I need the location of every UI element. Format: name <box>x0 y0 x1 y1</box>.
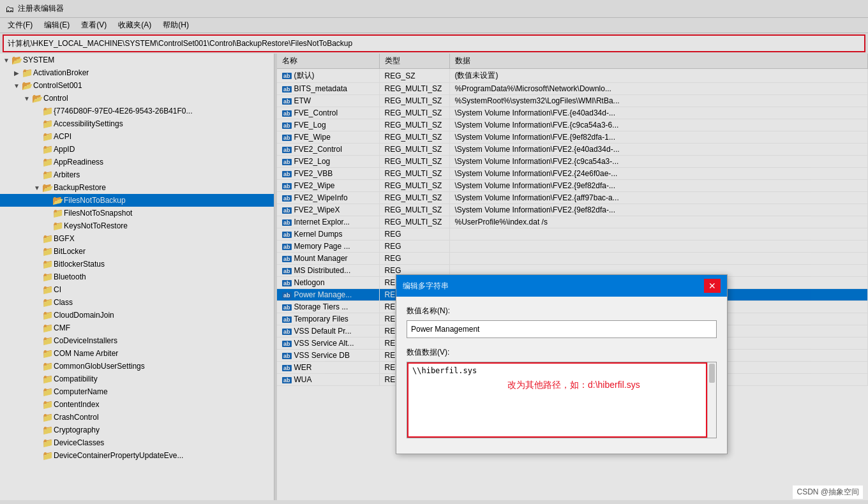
table-row[interactable]: abFVE2_VBBREG_MULTI_SZ\System Volume Inf… <box>277 168 868 180</box>
tree-item-control[interactable]: ▼📂Control <box>0 92 274 105</box>
tree-arrow-system: ▼ <box>1 57 11 64</box>
folder-icon-filesnottosnapshot: 📁 <box>52 208 64 218</box>
table-row[interactable]: abKernel DumpsREG <box>277 228 868 241</box>
tree-item-system[interactable]: ▼📂SYSTEM <box>0 54 274 66</box>
tree-item-bitlockerstatus[interactable]: 📁BitlockerStatus <box>0 258 274 271</box>
table-row[interactable]: abFVE_LogREG_MULTI_SZ\System Volume Info… <box>277 119 868 131</box>
ab-icon: ab <box>282 219 292 226</box>
folder-icon-filesnottobackup: 📂 <box>52 195 64 205</box>
app-title: 注册表编辑器 <box>18 3 64 14</box>
table-row[interactable]: abInternet Explor...REG_MULTI_SZ%UserPro… <box>277 216 868 228</box>
cell-name: abWUA <box>277 374 379 386</box>
folder-icon-crashcontrol: 📁 <box>42 412 54 422</box>
dialog-scrollbar[interactable] <box>707 362 716 438</box>
table-row[interactable]: abFVE2_ControlREG_MULTI_SZ\System Volume… <box>277 144 868 156</box>
tree-item-deviceclasses[interactable]: 📁DeviceClasses <box>0 436 274 449</box>
tree-item-arbiters[interactable]: 📁Arbiters <box>0 168 274 181</box>
tree-item-7746d80f[interactable]: 📁{7746D80F-97E0-4E26-9543-26B41F0... <box>0 105 274 117</box>
cell-name: abVSS Default Pr... <box>277 325 379 337</box>
tree-item-ci[interactable]: 📁CI <box>0 283 274 296</box>
cell-type: REG_MULTI_SZ <box>379 168 449 180</box>
menu-item-v[interactable]: 查看(V) <box>76 19 112 32</box>
tree-label-cmf: CMF <box>54 323 70 332</box>
tree-item-appid[interactable]: 📁AppID <box>0 143 274 156</box>
tree-item-bluetooth[interactable]: 📁Bluetooth <box>0 271 274 283</box>
tree-item-clouddomainjoin[interactable]: 📁CloudDomainJoin <box>0 309 274 322</box>
tree-item-bitlocker[interactable]: 📁BitLocker <box>0 245 274 258</box>
table-row[interactable]: abMemory Page ...REG <box>277 241 868 253</box>
tree-item-compatibility[interactable]: 📁Compatibility <box>0 373 274 385</box>
tree-item-comnamearbiter[interactable]: 📁COM Name Arbiter <box>0 347 274 360</box>
cell-name: abFVE2_VBB <box>277 168 379 180</box>
tree-label-arbiters: Arbiters <box>54 170 80 179</box>
cell-data <box>449 253 868 265</box>
tree-item-bgfx[interactable]: 📁BGFX <box>0 232 274 245</box>
tree-item-computername[interactable]: 📁ComputerName <box>0 385 274 398</box>
tree-label-compatibility: Compatibility <box>54 374 98 383</box>
cell-name: abFVE_Wipe <box>277 131 379 144</box>
tree-arrow-control: ▼ <box>22 95 32 102</box>
table-row[interactable]: abFVE_ControlREG_MULTI_SZ\System Volume … <box>277 107 868 119</box>
ab-icon: ab <box>282 171 292 177</box>
cell-data: \System Volume Information\FVE.{e40ad34d… <box>449 107 868 119</box>
tree-item-controlset001[interactable]: ▼📂ControlSet001 <box>0 79 274 92</box>
edit-dialog: 编辑多字符串 ✕ 数值名称(N): 数值数据(V): \\hiberfil.sy… <box>396 274 728 454</box>
tree-label-filesnottosnapshot: FilesNotToSnapshot <box>64 209 132 218</box>
tree-label-bgfx: BGFX <box>54 234 75 243</box>
table-row[interactable]: abFVE_WipeREG_MULTI_SZ\System Volume Inf… <box>277 131 868 144</box>
tree-item-accessibilitysettings[interactable]: 📁AccessibilitySettings <box>0 117 274 130</box>
menu-item-e[interactable]: 编辑(E) <box>39 19 75 32</box>
ab-icon: ab <box>282 329 292 335</box>
cell-data: \System Volume Information\FVE2.{9ef82df… <box>449 204 868 216</box>
tree-item-cmf[interactable]: 📁CMF <box>0 322 274 334</box>
menu-item-a[interactable]: 收藏夹(A) <box>113 19 156 32</box>
folder-icon-controlset001: 📂 <box>22 80 33 91</box>
cell-name: abFVE_Log <box>277 119 379 131</box>
table-row[interactable]: abETWREG_MULTI_SZ%SystemRoot%\system32\L… <box>277 95 868 107</box>
dialog-data-textarea[interactable]: \\hiberfil.sys <box>407 362 707 438</box>
address-bar: 计算机\HKEY_LOCAL_MACHINE\SYSTEM\ControlSet… <box>3 34 865 52</box>
table-row[interactable]: abFVE2_WipeXREG_MULTI_SZ\System Volume I… <box>277 204 868 216</box>
cell-data: (数值未设置) <box>449 69 868 83</box>
menu-item-f[interactable]: 文件(F) <box>3 19 38 32</box>
cell-name: abVSS Service DB <box>277 350 379 362</box>
tree-item-cryptography[interactable]: 📁Cryptography <box>0 424 274 436</box>
menu-item-h[interactable]: 帮助(H) <box>158 19 194 32</box>
table-row[interactable]: ab(默认)REG_SZ(数值未设置) <box>277 69 868 83</box>
ab-icon: ab <box>282 110 292 117</box>
cell-type: REG_MULTI_SZ <box>379 204 449 216</box>
tree-item-devicecontainerpropertyupdateeve[interactable]: 📁DeviceContainerPropertyUpdateEve... <box>0 449 274 462</box>
tree-item-appreadiness[interactable]: 📁AppReadiness <box>0 156 274 168</box>
ab-icon: ab <box>282 98 292 105</box>
table-row[interactable]: abFVE2_LogREG_MULTI_SZ\System Volume Inf… <box>277 156 868 168</box>
dialog-close-button[interactable]: ✕ <box>704 279 721 293</box>
tree-item-class[interactable]: 📁Class <box>0 296 274 309</box>
tree-item-commonglobusersettings[interactable]: 📁CommonGlobUserSettings <box>0 360 274 373</box>
cell-data: \System Volume Information\FVE.{c9ca54a3… <box>449 119 868 131</box>
col-header-name: 名称 <box>277 54 379 69</box>
tree-label-clouddomainjoin: CloudDomainJoin <box>54 311 114 320</box>
tree-item-acpi[interactable]: 📁ACPI <box>0 130 274 143</box>
tree-item-activationbroker[interactable]: ▶📁ActivationBroker <box>0 66 274 79</box>
tree-item-crashcontrol[interactable]: 📁CrashControl <box>0 411 274 424</box>
folder-icon-bgfx: 📁 <box>42 233 54 244</box>
tree-item-filesnottosnapshot[interactable]: 📁FilesNotToSnapshot <box>0 207 274 219</box>
dialog-name-input[interactable] <box>407 320 717 338</box>
table-row[interactable]: abBITS_metadataREG_MULTI_SZ%ProgramData%… <box>277 83 868 95</box>
tree-item-backuprestore[interactable]: ▼📂BackupRestore <box>0 181 274 194</box>
tree-label-appid: AppID <box>54 145 75 154</box>
tree-label-computername: ComputerName <box>54 387 108 396</box>
folder-icon-cryptography: 📁 <box>42 425 54 435</box>
table-row[interactable]: abFVE2_WipeInfoREG_MULTI_SZ\System Volum… <box>277 192 868 204</box>
table-row[interactable]: abFVE2_WipeREG_MULTI_SZ\System Volume In… <box>277 180 868 192</box>
ab-icon: ab <box>282 147 292 153</box>
tree-label-cryptography: Cryptography <box>54 426 100 434</box>
table-row[interactable]: abMount ManagerREG <box>277 253 868 265</box>
tree-item-codeviceinstallers[interactable]: 📁CoDeviceInstallers <box>0 334 274 347</box>
folder-icon-backuprestore: 📂 <box>42 182 54 193</box>
col-header-type: 类型 <box>379 54 449 69</box>
tree-item-filesnottobackup[interactable]: 📂FilesNotToBackup <box>0 194 274 207</box>
tree-item-contentindex[interactable]: 📁ContentIndex <box>0 398 274 411</box>
tree-label-7746d80f: {7746D80F-97E0-4E26-9543-26B41F0... <box>54 107 192 115</box>
tree-item-keysnotTorestore[interactable]: 📁KeysNotToRestore <box>0 219 274 232</box>
